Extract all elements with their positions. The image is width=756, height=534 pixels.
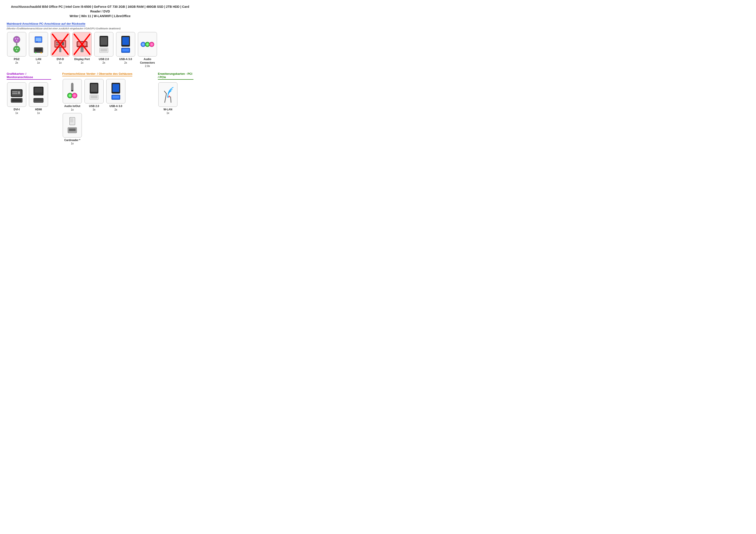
connector-displayport: Display Port 1x <box>72 32 92 68</box>
svg-rect-8 <box>16 42 17 45</box>
svg-rect-62 <box>15 93 16 94</box>
connector-lan: LAN 1x <box>28 32 48 68</box>
svg-marker-34 <box>87 46 88 47</box>
label-hdmi: HDMI <box>35 108 42 111</box>
svg-rect-55 <box>14 91 14 92</box>
front-section: Frontanschlüsse Vorder- / Oberseite des … <box>62 72 147 150</box>
svg-rect-93 <box>69 129 75 131</box>
count-usb2-front: 3x <box>93 108 95 111</box>
count-usb2: 2x <box>102 61 105 64</box>
count-displayport: 1x <box>81 61 84 64</box>
svg-point-6 <box>17 48 18 49</box>
count-audio: 2.0x <box>145 65 150 68</box>
svg-rect-63 <box>17 93 17 94</box>
count-audio-front: 1x <box>71 108 74 111</box>
svg-rect-90 <box>72 118 73 123</box>
svg-rect-10 <box>36 38 41 41</box>
count-wlan: 1x <box>167 111 170 115</box>
svg-rect-41 <box>100 48 107 51</box>
svg-marker-68 <box>34 93 43 95</box>
usb3-icon <box>118 35 133 54</box>
label-displayport: Display Port <box>74 58 90 61</box>
svg-rect-61 <box>15 93 15 94</box>
svg-rect-35 <box>80 47 83 52</box>
svg-rect-72 <box>71 83 73 91</box>
mainboard-section: Mainboard-Anschlüsse PC-Anschlüsse auf d… <box>7 22 194 68</box>
svg-line-94 <box>165 94 167 102</box>
audio-icon <box>140 35 155 54</box>
connector-box-lan <box>29 32 48 57</box>
svg-rect-24 <box>57 44 58 45</box>
svg-point-98 <box>167 96 169 98</box>
usb3-front-icon <box>108 82 123 101</box>
usb2-icon <box>96 35 112 54</box>
svg-rect-85 <box>113 96 119 98</box>
svg-point-5 <box>15 48 16 49</box>
erweiterung-section-title: Erweiterungskarten - PCI / PCIe <box>158 72 194 80</box>
count-usb3: 2x <box>124 61 127 64</box>
erweiterung-connector-grid: W-LAN 1x <box>158 82 194 115</box>
page-title: Anschlussschaubild Bild Office PC | Inte… <box>7 5 194 18</box>
front-connector-grid: Audio In/Out 1x USB 2.0 3x <box>62 79 147 145</box>
svg-rect-60 <box>14 93 14 94</box>
label-usb3-front: USB-A 3.0 <box>109 104 122 108</box>
connector-ps2: PS/2 2x <box>7 32 27 68</box>
lan-icon <box>31 35 46 54</box>
svg-rect-18 <box>56 42 57 43</box>
connector-cardreader: Cardreader * 1x <box>62 113 82 145</box>
svg-point-14 <box>35 52 37 53</box>
connector-box-cardreader <box>63 113 82 137</box>
svg-rect-29 <box>59 47 61 52</box>
count-lan: 1x <box>37 61 40 64</box>
label-cardreader: Cardreader * <box>64 139 80 142</box>
connector-box-usb3 <box>116 32 135 57</box>
svg-rect-33 <box>78 42 87 46</box>
connector-usb2-front: USB 2.0 3x <box>84 79 104 111</box>
connector-box-hdmi <box>29 82 48 107</box>
dvid-icon <box>52 35 68 54</box>
svg-point-77 <box>73 94 76 97</box>
connector-box-usb3-front <box>106 79 125 103</box>
count-ps2: 2x <box>15 61 18 64</box>
connector-box-audio-front <box>63 79 82 103</box>
connector-box-displayport <box>72 32 92 57</box>
svg-rect-53 <box>12 90 21 96</box>
svg-point-1 <box>15 38 16 40</box>
grafik-section-title: Grafikkarten- / Monitoranschlüsse <box>7 72 51 80</box>
svg-point-4 <box>14 46 20 52</box>
label-dvid: DVI-D <box>57 58 64 61</box>
label-usb2-front: USB 2.0 <box>89 104 99 108</box>
svg-point-0 <box>14 36 20 43</box>
count-hdmi: 1x <box>37 111 40 115</box>
svg-rect-83 <box>113 84 119 92</box>
connector-audio-front: Audio In/Out 1x <box>62 79 82 111</box>
connector-box-ps2 <box>7 32 26 57</box>
connector-audio: AudioConnectors 2.0x <box>137 32 157 68</box>
connector-usb3: USB-A 3.0 2x <box>116 32 136 68</box>
svg-rect-81 <box>91 96 97 98</box>
svg-marker-71 <box>34 101 43 102</box>
svg-rect-64 <box>18 91 20 94</box>
label-dvii: DVI-I <box>14 108 19 111</box>
svg-rect-27 <box>61 44 61 45</box>
count-usb3-front: 2x <box>115 108 118 111</box>
dvii-icon <box>9 85 24 104</box>
svg-rect-25 <box>59 44 59 45</box>
svg-rect-69 <box>35 88 42 93</box>
label-usb2: USB 2.0 <box>99 58 109 61</box>
connector-hdmi: HDMI 1x <box>28 82 48 115</box>
cardreader-icon <box>65 116 80 135</box>
svg-rect-66 <box>12 99 21 102</box>
displayport-icon <box>74 35 90 54</box>
erweiterung-section: Erweiterungskarten - PCI / PCIe <box>158 72 194 150</box>
svg-rect-11 <box>37 41 38 42</box>
svg-rect-57 <box>15 91 16 92</box>
mainboard-connector-grid: PS/2 2x LAN 1x <box>7 32 194 68</box>
svg-rect-28 <box>62 42 64 45</box>
svg-point-49 <box>146 43 149 45</box>
wlan-icon <box>160 85 176 104</box>
connector-box-usb2-front <box>85 79 104 103</box>
count-dvii: 1x <box>15 111 18 115</box>
label-usb3: USB-A 3.0 <box>119 58 132 61</box>
svg-rect-13 <box>35 48 42 51</box>
